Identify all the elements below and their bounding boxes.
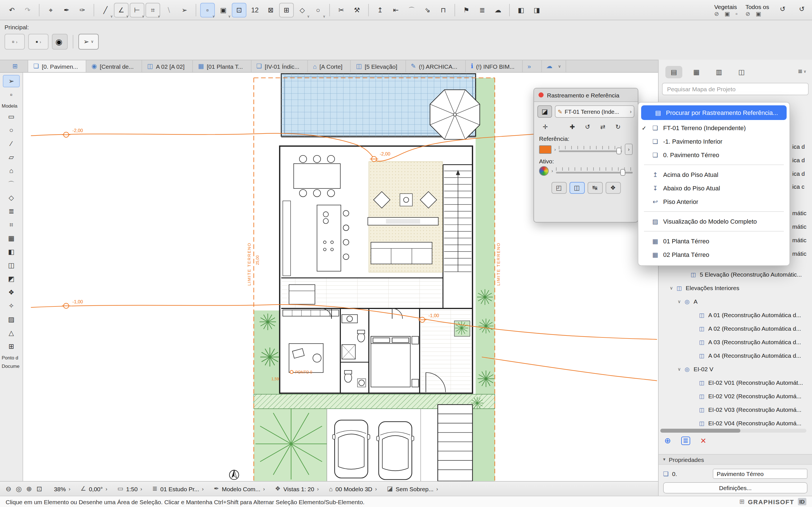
- adjust-icon[interactable]: ⚒: [350, 3, 364, 17]
- tab-5-elevacao[interactable]: ◫ [5 Elevação]: [351, 60, 406, 72]
- reset-reference-button[interactable]: ↻: [611, 121, 625, 132]
- navigator-layout-book-icon[interactable]: ▥: [711, 66, 727, 78]
- menu-item-abaixo[interactable]: ↧ Abaixo do Piso Atual: [638, 181, 790, 195]
- layer-visibility-icon[interactable]: ◧: [514, 3, 528, 17]
- grid-snap-icon[interactable]: ⌗ ∨: [146, 3, 160, 17]
- active-intensity-slider[interactable]: [556, 167, 633, 175]
- subset-icon[interactable]: ▫: [735, 10, 738, 18]
- zoom-out-icon[interactable]: ⊖: [6, 485, 11, 493]
- roof-tool-icon[interactable]: ⌂: [3, 165, 20, 177]
- layer-filter-todos[interactable]: Todos os ⊘ ▣: [746, 3, 769, 18]
- arrow-tool-icon[interactable]: ➢ ∨: [79, 34, 99, 50]
- scale-select[interactable]: ▭ 1:50 ›: [117, 485, 142, 492]
- slider-thumb[interactable]: [616, 147, 621, 154]
- elevate-icon[interactable]: ↥: [373, 3, 388, 17]
- reset-filter-icon[interactable]: ↺: [777, 3, 788, 14]
- story-name-input[interactable]: [713, 469, 808, 479]
- dimension-units-icon[interactable]: ⊢ ∨: [130, 3, 144, 17]
- add-view-button[interactable]: ⊕: [664, 436, 671, 445]
- menu-item-02-planta[interactable]: ▦ 02 Planta Térreo: [638, 248, 790, 262]
- align-icon[interactable]: ⊓: [436, 3, 451, 17]
- stretch-icon[interactable]: ⇤: [389, 3, 403, 17]
- scrollbar-thumb[interactable]: [660, 429, 741, 433]
- navigator-menu-icon[interactable]: ≡ ∨: [798, 67, 806, 75]
- marquee-tool-icon[interactable]: ▫: [3, 89, 20, 101]
- hide-all-icon[interactable]: ⊘: [746, 10, 750, 18]
- lamp-tool-icon[interactable]: ✧: [3, 300, 20, 312]
- project-map-search-input[interactable]: [662, 83, 809, 95]
- undo-icon[interactable]: ↶: [4, 3, 19, 17]
- active-color-swatch[interactable]: [539, 166, 549, 176]
- column-tool-icon[interactable]: ○: [3, 124, 20, 136]
- tab-iv01[interactable]: ❏ [IV-01 Índic...: [251, 60, 308, 72]
- zoom-level-select[interactable]: 38% ›: [51, 485, 70, 492]
- flag-icon[interactable]: ⚑: [459, 3, 474, 17]
- tab-archicad[interactable]: ✎ (!) ARCHICA...: [406, 60, 466, 72]
- menu-item-01-planta[interactable]: ▦ 01 Planta Térreo: [638, 234, 790, 248]
- tree-horizontal-scrollbar[interactable]: [660, 429, 806, 433]
- pan-reference-button[interactable]: ✛: [539, 121, 552, 132]
- lock-elements-icon[interactable]: ▣: [725, 10, 730, 18]
- fit-to-window-icon[interactable]: ⊡: [36, 485, 42, 493]
- navigator-view-map-icon[interactable]: ▦: [688, 66, 705, 78]
- window-tool-icon[interactable]: ◫: [3, 259, 20, 272]
- pen-attributes-icon[interactable]: ╱ ∨: [98, 3, 113, 17]
- skylight-tool-icon[interactable]: ◩: [3, 273, 20, 285]
- swap-reference-button[interactable]: ⇄: [596, 121, 610, 132]
- object-tool-icon[interactable]: ❖: [3, 286, 20, 298]
- stair-tool-icon[interactable]: ≣: [3, 205, 20, 217]
- hide-elements-icon[interactable]: ⊘: [714, 10, 719, 18]
- marquee-preset-icon[interactable]: ▫ ›: [4, 34, 25, 50]
- zone-tool-icon[interactable]: ▨: [3, 313, 20, 326]
- tab-overflow[interactable]: »: [523, 60, 542, 72]
- cloud-icon[interactable]: ☁: [491, 3, 505, 17]
- compare-slider-button[interactable]: ↹: [587, 182, 603, 194]
- zoom-in-icon[interactable]: ⊕: [26, 485, 32, 493]
- lock-all-icon[interactable]: ▣: [756, 10, 761, 18]
- rotation-select[interactable]: ∠ 0,00° ›: [80, 485, 107, 492]
- layer-lock-icon[interactable]: ◨: [529, 3, 544, 17]
- view-settings-button[interactable]: ≣: [681, 436, 690, 445]
- menu-item-modelo-completo[interactable]: ▨ Visualização do Modelo Completo: [638, 215, 790, 228]
- beam-tool-icon[interactable]: ∕: [3, 137, 20, 150]
- tab-01-planta[interactable]: ▦ [01 Planta T...: [193, 60, 251, 72]
- pick-up-parameters-icon[interactable]: ✒: [59, 3, 74, 17]
- layout-frame-icon[interactable]: ⊞: [279, 3, 294, 17]
- menu-item-acima[interactable]: ↥ Acima do Piso Atual: [638, 168, 790, 181]
- menu-item-search[interactable]: ▤ Procurar por Rastreamento Referência..…: [641, 105, 786, 120]
- door-tool-icon[interactable]: ◧: [3, 245, 20, 258]
- move-reference-button[interactable]: ✚: [566, 121, 579, 132]
- tab-0-pavimento[interactable]: ❏ [0. Pavimen...: [28, 60, 86, 72]
- railing-tool-icon[interactable]: ⌗: [3, 219, 20, 231]
- layer-combination-select[interactable]: ≣ 01 Estudo Pr... ›: [152, 485, 204, 492]
- suspend-groups-icon[interactable]: ⊡: [232, 3, 246, 17]
- shell-tool-icon[interactable]: ⌒: [3, 178, 20, 190]
- navigator-project-map-icon[interactable]: ▤: [665, 66, 682, 78]
- split-icon[interactable]: ✂: [334, 3, 349, 17]
- reference-select[interactable]: ✎ FT-01 Terreno (Inde... ›: [555, 105, 635, 118]
- circle-method-icon[interactable]: ○ ∨: [311, 3, 325, 17]
- pen-set-select[interactable]: ✒ Modelo Com... ›: [214, 485, 265, 492]
- reference-intensity-slider[interactable]: [559, 145, 622, 154]
- tab-overview-button[interactable]: ⊞: [8, 60, 28, 72]
- zoom-reset-icon[interactable]: ◎: [16, 485, 22, 493]
- reference-color-swatch[interactable]: [539, 145, 552, 154]
- snap-guides-icon[interactable]: ➢: [177, 3, 192, 17]
- filter-reference-button[interactable]: ❖: [605, 182, 620, 194]
- curtain-wall-tool-icon[interactable]: ▦: [3, 232, 20, 244]
- settings-button[interactable]: Definições...: [663, 482, 808, 494]
- rotate-marquee-icon[interactable]: ⊠: [263, 3, 278, 17]
- morph-tool-icon[interactable]: ◇: [3, 191, 20, 204]
- tab-a02[interactable]: ◫ A 02 [A 02]: [142, 60, 193, 72]
- navigator-publisher-icon[interactable]: ◫: [733, 66, 750, 78]
- resize-icon[interactable]: ⇘: [420, 3, 435, 17]
- model-view-options-select[interactable]: ❖ Vistas 1: 20 ›: [275, 485, 319, 492]
- menu-item-piso-anterior[interactable]: ↩ Piso Anterior: [638, 195, 790, 209]
- marquee-mode-icon[interactable]: ▫ ∨: [200, 3, 215, 17]
- expand-reference-button[interactable]: ›: [625, 144, 633, 155]
- marquee-floor-icon[interactable]: ▪ ›: [28, 34, 49, 50]
- menu-item-ft01[interactable]: ✓ ❏ FT-01 Terreno (Independente): [638, 121, 790, 135]
- wall-tool-icon[interactable]: ▭: [3, 110, 20, 123]
- inject-parameters-icon[interactable]: ✑: [75, 3, 90, 17]
- graphic-override-select[interactable]: ◪ Sem Sobrep... ›: [387, 485, 438, 492]
